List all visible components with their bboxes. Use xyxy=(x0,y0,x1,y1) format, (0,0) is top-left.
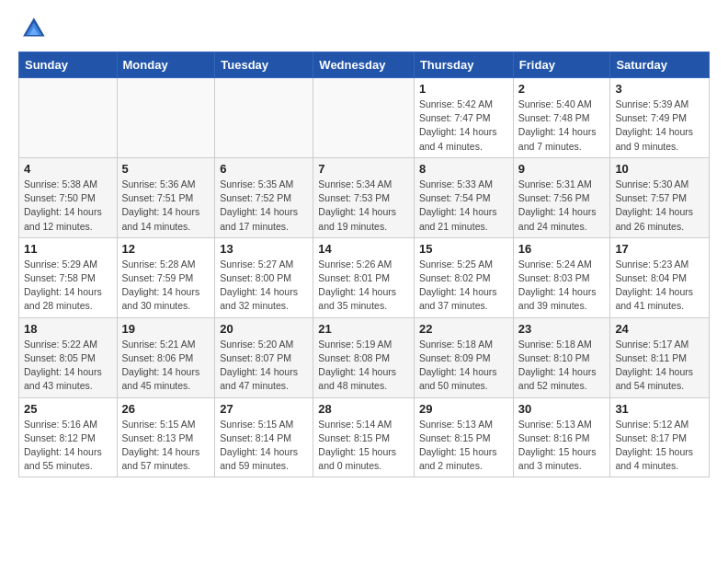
day-cell: 25Sunrise: 5:16 AMSunset: 8:12 PMDayligh… xyxy=(19,397,118,477)
day-detail: Sunrise: 5:19 AMSunset: 8:08 PMDaylight:… xyxy=(318,338,409,394)
day-number: 3 xyxy=(615,82,704,96)
day-detail: Sunrise: 5:13 AMSunset: 8:15 PMDaylight:… xyxy=(419,418,508,474)
day-detail: Sunrise: 5:16 AMSunset: 8:12 PMDaylight:… xyxy=(24,418,112,474)
day-cell: 21Sunrise: 5:19 AMSunset: 8:08 PMDayligh… xyxy=(313,317,415,397)
day-detail: Sunrise: 5:40 AMSunset: 7:48 PMDaylight:… xyxy=(518,98,606,154)
week-row-3: 11Sunrise: 5:29 AMSunset: 7:58 PMDayligh… xyxy=(19,237,710,317)
weekday-header-wednesday: Wednesday xyxy=(313,52,415,78)
weekday-header-thursday: Thursday xyxy=(414,52,513,78)
day-cell: 31Sunrise: 5:12 AMSunset: 8:17 PMDayligh… xyxy=(610,397,710,477)
weekday-header-saturday: Saturday xyxy=(610,52,710,78)
week-row-4: 18Sunrise: 5:22 AMSunset: 8:05 PMDayligh… xyxy=(19,317,710,397)
day-detail: Sunrise: 5:22 AMSunset: 8:05 PMDaylight:… xyxy=(24,338,112,394)
day-cell: 30Sunrise: 5:13 AMSunset: 8:16 PMDayligh… xyxy=(513,397,610,477)
day-number: 11 xyxy=(24,242,112,256)
day-cell: 20Sunrise: 5:20 AMSunset: 8:07 PMDayligh… xyxy=(215,317,313,397)
day-number: 25 xyxy=(24,402,112,416)
day-detail: Sunrise: 5:24 AMSunset: 8:03 PMDaylight:… xyxy=(518,258,606,314)
day-detail: Sunrise: 5:29 AMSunset: 7:58 PMDaylight:… xyxy=(24,258,112,314)
week-row-5: 25Sunrise: 5:16 AMSunset: 8:12 PMDayligh… xyxy=(19,397,710,477)
day-detail: Sunrise: 5:20 AMSunset: 8:07 PMDaylight:… xyxy=(220,338,308,394)
day-detail: Sunrise: 5:27 AMSunset: 8:00 PMDaylight:… xyxy=(220,258,308,314)
day-number: 31 xyxy=(615,402,704,416)
day-number: 7 xyxy=(318,162,409,176)
day-cell: 3Sunrise: 5:39 AMSunset: 7:49 PMDaylight… xyxy=(610,78,710,158)
day-cell: 5Sunrise: 5:36 AMSunset: 7:51 PMDaylight… xyxy=(117,157,215,237)
week-row-2: 4Sunrise: 5:38 AMSunset: 7:50 PMDaylight… xyxy=(19,157,710,237)
day-number: 12 xyxy=(122,242,210,256)
day-detail: Sunrise: 5:38 AMSunset: 7:50 PMDaylight:… xyxy=(24,178,112,234)
day-detail: Sunrise: 5:35 AMSunset: 7:52 PMDaylight:… xyxy=(220,178,308,234)
weekday-header-tuesday: Tuesday xyxy=(215,52,313,78)
logo xyxy=(18,15,51,44)
day-number: 15 xyxy=(419,242,508,256)
day-number: 30 xyxy=(518,402,606,416)
day-cell: 18Sunrise: 5:22 AMSunset: 8:05 PMDayligh… xyxy=(19,317,118,397)
day-cell: 10Sunrise: 5:30 AMSunset: 7:57 PMDayligh… xyxy=(610,157,710,237)
day-detail: Sunrise: 5:42 AMSunset: 7:47 PMDaylight:… xyxy=(419,98,508,154)
day-detail: Sunrise: 5:31 AMSunset: 7:56 PMDaylight:… xyxy=(518,178,606,234)
day-detail: Sunrise: 5:33 AMSunset: 7:54 PMDaylight:… xyxy=(419,178,508,234)
day-detail: Sunrise: 5:25 AMSunset: 8:02 PMDaylight:… xyxy=(419,258,508,314)
day-number: 4 xyxy=(24,162,112,176)
day-cell: 29Sunrise: 5:13 AMSunset: 8:15 PMDayligh… xyxy=(414,397,513,477)
day-cell: 8Sunrise: 5:33 AMSunset: 7:54 PMDaylight… xyxy=(414,157,513,237)
day-detail: Sunrise: 5:18 AMSunset: 8:10 PMDaylight:… xyxy=(518,338,606,394)
day-number: 23 xyxy=(518,322,606,336)
day-number: 21 xyxy=(318,322,409,336)
day-detail: Sunrise: 5:26 AMSunset: 8:01 PMDaylight:… xyxy=(318,258,409,314)
day-cell: 4Sunrise: 5:38 AMSunset: 7:50 PMDaylight… xyxy=(19,157,118,237)
day-number: 6 xyxy=(220,162,308,176)
day-cell: 14Sunrise: 5:26 AMSunset: 8:01 PMDayligh… xyxy=(313,237,415,317)
day-number: 13 xyxy=(220,242,308,256)
day-number: 19 xyxy=(122,322,210,336)
day-detail: Sunrise: 5:17 AMSunset: 8:11 PMDaylight:… xyxy=(615,338,704,394)
day-cell: 22Sunrise: 5:18 AMSunset: 8:09 PMDayligh… xyxy=(414,317,513,397)
day-detail: Sunrise: 5:21 AMSunset: 8:06 PMDaylight:… xyxy=(122,338,210,394)
day-detail: Sunrise: 5:23 AMSunset: 8:04 PMDaylight:… xyxy=(615,258,704,314)
day-number: 20 xyxy=(220,322,308,336)
day-number: 24 xyxy=(615,322,704,336)
day-number: 2 xyxy=(518,82,606,96)
day-cell: 13Sunrise: 5:27 AMSunset: 8:00 PMDayligh… xyxy=(215,237,313,317)
day-number: 28 xyxy=(318,402,409,416)
weekday-header-sunday: Sunday xyxy=(19,52,118,78)
weekday-header-monday: Monday xyxy=(117,52,215,78)
day-detail: Sunrise: 5:34 AMSunset: 7:53 PMDaylight:… xyxy=(318,178,409,234)
day-cell: 15Sunrise: 5:25 AMSunset: 8:02 PMDayligh… xyxy=(414,237,513,317)
day-detail: Sunrise: 5:12 AMSunset: 8:17 PMDaylight:… xyxy=(615,418,704,474)
day-cell: 2Sunrise: 5:40 AMSunset: 7:48 PMDaylight… xyxy=(513,78,610,158)
day-cell xyxy=(215,78,313,158)
day-detail: Sunrise: 5:14 AMSunset: 8:15 PMDaylight:… xyxy=(318,418,409,474)
day-cell: 24Sunrise: 5:17 AMSunset: 8:11 PMDayligh… xyxy=(610,317,710,397)
weekday-header-row: SundayMondayTuesdayWednesdayThursdayFrid… xyxy=(19,52,710,78)
day-number: 16 xyxy=(518,242,606,256)
day-cell: 19Sunrise: 5:21 AMSunset: 8:06 PMDayligh… xyxy=(117,317,215,397)
day-number: 14 xyxy=(318,242,409,256)
day-detail: Sunrise: 5:30 AMSunset: 7:57 PMDaylight:… xyxy=(615,178,704,234)
day-number: 18 xyxy=(24,322,112,336)
day-detail: Sunrise: 5:36 AMSunset: 7:51 PMDaylight:… xyxy=(122,178,210,234)
logo-icon xyxy=(18,15,48,44)
day-cell: 1Sunrise: 5:42 AMSunset: 7:47 PMDaylight… xyxy=(414,78,513,158)
day-number: 9 xyxy=(518,162,606,176)
weekday-header-friday: Friday xyxy=(513,52,610,78)
page: SundayMondayTuesdayWednesdayThursdayFrid… xyxy=(0,0,728,492)
day-cell: 23Sunrise: 5:18 AMSunset: 8:10 PMDayligh… xyxy=(513,317,610,397)
day-number: 5 xyxy=(122,162,210,176)
day-cell: 9Sunrise: 5:31 AMSunset: 7:56 PMDaylight… xyxy=(513,157,610,237)
day-cell: 16Sunrise: 5:24 AMSunset: 8:03 PMDayligh… xyxy=(513,237,610,317)
day-number: 17 xyxy=(615,242,704,256)
day-cell xyxy=(117,78,215,158)
day-detail: Sunrise: 5:15 AMSunset: 8:14 PMDaylight:… xyxy=(220,418,308,474)
day-number: 1 xyxy=(419,82,508,96)
day-number: 27 xyxy=(220,402,308,416)
day-number: 8 xyxy=(419,162,508,176)
day-cell: 17Sunrise: 5:23 AMSunset: 8:04 PMDayligh… xyxy=(610,237,710,317)
day-cell: 12Sunrise: 5:28 AMSunset: 7:59 PMDayligh… xyxy=(117,237,215,317)
day-number: 29 xyxy=(419,402,508,416)
day-cell: 27Sunrise: 5:15 AMSunset: 8:14 PMDayligh… xyxy=(215,397,313,477)
day-cell: 6Sunrise: 5:35 AMSunset: 7:52 PMDaylight… xyxy=(215,157,313,237)
day-detail: Sunrise: 5:39 AMSunset: 7:49 PMDaylight:… xyxy=(615,98,704,154)
day-number: 26 xyxy=(122,402,210,416)
